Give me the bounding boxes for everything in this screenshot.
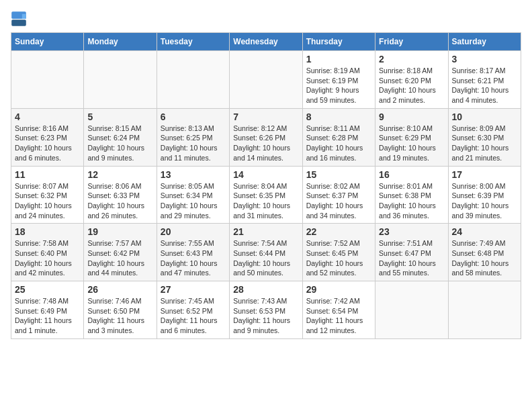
day-info: Sunrise: 8:00 AM Sunset: 6:39 PM Dayligh… [452,181,517,221]
calendar-cell: 23Sunrise: 7:51 AM Sunset: 6:47 PM Dayli… [375,224,448,281]
calendar-cell [375,281,448,339]
calendar-cell: 21Sunrise: 7:54 AM Sunset: 6:44 PM Dayli… [230,224,302,281]
calendar-cell: 6Sunrise: 8:13 AM Sunset: 6:25 PM Daylig… [157,108,229,166]
day-number: 26 [87,284,152,295]
day-number: 21 [233,226,298,237]
day-info: Sunrise: 7:55 AM Sunset: 6:43 PM Dayligh… [161,238,226,278]
svg-rect-1 [11,19,26,26]
calendar-cell: 16Sunrise: 8:01 AM Sunset: 6:38 PM Dayli… [375,166,448,224]
calendar-cell: 13Sunrise: 8:05 AM Sunset: 6:34 PM Dayli… [157,166,229,224]
day-number: 20 [161,226,226,237]
calendar-week-row: 4Sunrise: 8:16 AM Sunset: 6:23 PM Daylig… [11,108,521,166]
calendar-cell: 19Sunrise: 7:57 AM Sunset: 6:42 PM Dayli… [84,224,157,281]
day-info: Sunrise: 7:54 AM Sunset: 6:44 PM Dayligh… [233,238,298,278]
calendar-cell: 25Sunrise: 7:48 AM Sunset: 6:49 PM Dayli… [11,281,84,339]
day-number: 6 [161,111,226,122]
day-number: 1 [306,54,371,64]
day-info: Sunrise: 7:58 AM Sunset: 6:40 PM Dayligh… [15,238,80,278]
day-number: 2 [379,54,444,64]
day-info: Sunrise: 8:02 AM Sunset: 6:37 PM Dayligh… [306,181,371,221]
calendar-week-row: 1Sunrise: 8:19 AM Sunset: 6:19 PM Daylig… [11,51,521,109]
calendar-cell: 9Sunrise: 8:10 AM Sunset: 6:29 PM Daylig… [375,108,448,166]
calendar-cell: 12Sunrise: 8:06 AM Sunset: 6:33 PM Dayli… [84,166,157,224]
day-number: 28 [233,284,298,295]
day-number: 18 [15,226,80,237]
weekday-header-wednesday: Wednesday [230,33,302,51]
calendar-week-row: 11Sunrise: 8:07 AM Sunset: 6:32 PM Dayli… [11,166,521,224]
day-info: Sunrise: 8:09 AM Sunset: 6:30 PM Dayligh… [452,124,517,163]
day-number: 27 [161,284,226,295]
weekday-header-sunday: Sunday [11,33,84,51]
day-info: Sunrise: 7:51 AM Sunset: 6:47 PM Dayligh… [379,238,444,278]
day-info: Sunrise: 7:45 AM Sunset: 6:52 PM Dayligh… [161,296,226,336]
day-number: 13 [161,169,226,180]
day-info: Sunrise: 7:57 AM Sunset: 6:42 PM Dayligh… [87,238,152,278]
calendar-cell [157,51,229,109]
day-number: 15 [306,169,371,180]
logo [11,11,30,27]
day-number: 7 [233,111,298,122]
page-header [11,11,521,27]
day-number: 11 [15,169,80,180]
day-info: Sunrise: 8:16 AM Sunset: 6:23 PM Dayligh… [15,124,80,163]
day-number: 22 [306,226,371,237]
day-number: 16 [379,169,444,180]
calendar-cell [84,51,157,109]
calendar-cell: 7Sunrise: 8:12 AM Sunset: 6:26 PM Daylig… [230,108,302,166]
day-number: 23 [379,226,444,237]
day-info: Sunrise: 7:43 AM Sunset: 6:53 PM Dayligh… [233,296,298,336]
day-info: Sunrise: 7:42 AM Sunset: 6:54 PM Dayligh… [306,296,371,336]
calendar-cell [11,51,84,109]
day-info: Sunrise: 8:04 AM Sunset: 6:35 PM Dayligh… [233,181,298,221]
calendar-cell: 27Sunrise: 7:45 AM Sunset: 6:52 PM Dayli… [157,281,229,339]
calendar-cell: 28Sunrise: 7:43 AM Sunset: 6:53 PM Dayli… [230,281,302,339]
day-number: 5 [87,111,152,122]
calendar-cell: 26Sunrise: 7:46 AM Sunset: 6:50 PM Dayli… [84,281,157,339]
day-number: 8 [306,111,371,122]
weekday-header-monday: Monday [84,33,157,51]
day-number: 24 [452,226,517,237]
calendar-cell: 4Sunrise: 8:16 AM Sunset: 6:23 PM Daylig… [11,108,84,166]
day-info: Sunrise: 7:49 AM Sunset: 6:48 PM Dayligh… [452,238,517,278]
calendar-cell: 5Sunrise: 8:15 AM Sunset: 6:24 PM Daylig… [84,108,157,166]
weekday-header-tuesday: Tuesday [157,33,229,51]
day-number: 9 [379,111,444,122]
weekday-header-saturday: Saturday [448,33,521,51]
calendar-cell: 18Sunrise: 7:58 AM Sunset: 6:40 PM Dayli… [11,224,84,281]
day-info: Sunrise: 8:17 AM Sunset: 6:21 PM Dayligh… [452,66,517,105]
calendar-cell: 2Sunrise: 8:18 AM Sunset: 6:20 PM Daylig… [375,51,448,109]
calendar-cell: 1Sunrise: 8:19 AM Sunset: 6:19 PM Daylig… [302,51,375,109]
weekday-header-friday: Friday [375,33,448,51]
day-info: Sunrise: 8:19 AM Sunset: 6:19 PM Dayligh… [306,66,371,105]
calendar-cell: 29Sunrise: 7:42 AM Sunset: 6:54 PM Dayli… [302,281,375,339]
day-number: 19 [87,226,152,237]
calendar-cell: 24Sunrise: 7:49 AM Sunset: 6:48 PM Dayli… [448,224,521,281]
day-info: Sunrise: 7:46 AM Sunset: 6:50 PM Dayligh… [87,296,152,336]
day-info: Sunrise: 7:52 AM Sunset: 6:45 PM Dayligh… [306,238,371,278]
calendar-cell: 10Sunrise: 8:09 AM Sunset: 6:30 PM Dayli… [448,108,521,166]
calendar-week-row: 25Sunrise: 7:48 AM Sunset: 6:49 PM Dayli… [11,281,521,339]
day-info: Sunrise: 8:11 AM Sunset: 6:28 PM Dayligh… [306,124,371,163]
calendar-cell: 11Sunrise: 8:07 AM Sunset: 6:32 PM Dayli… [11,166,84,224]
day-number: 17 [452,169,517,180]
day-number: 4 [15,111,80,122]
day-number: 29 [306,284,371,295]
logo-icon [11,11,27,27]
weekday-header-row: SundayMondayTuesdayWednesdayThursdayFrid… [11,33,521,51]
day-info: Sunrise: 8:07 AM Sunset: 6:32 PM Dayligh… [15,181,80,221]
day-info: Sunrise: 8:13 AM Sunset: 6:25 PM Dayligh… [161,124,226,163]
day-number: 12 [87,169,152,180]
day-info: Sunrise: 8:10 AM Sunset: 6:29 PM Dayligh… [379,124,444,163]
calendar-cell: 17Sunrise: 8:00 AM Sunset: 6:39 PM Dayli… [448,166,521,224]
calendar-cell: 8Sunrise: 8:11 AM Sunset: 6:28 PM Daylig… [302,108,375,166]
calendar-cell: 20Sunrise: 7:55 AM Sunset: 6:43 PM Dayli… [157,224,229,281]
day-info: Sunrise: 8:05 AM Sunset: 6:34 PM Dayligh… [161,181,226,221]
calendar-cell: 22Sunrise: 7:52 AM Sunset: 6:45 PM Dayli… [302,224,375,281]
day-number: 3 [452,54,517,64]
calendar-table: SundayMondayTuesdayWednesdayThursdayFrid… [11,32,521,339]
day-info: Sunrise: 8:12 AM Sunset: 6:26 PM Dayligh… [233,124,298,163]
calendar-cell: 15Sunrise: 8:02 AM Sunset: 6:37 PM Dayli… [302,166,375,224]
day-info: Sunrise: 7:48 AM Sunset: 6:49 PM Dayligh… [15,296,80,336]
weekday-header-thursday: Thursday [302,33,375,51]
day-number: 10 [452,111,517,122]
